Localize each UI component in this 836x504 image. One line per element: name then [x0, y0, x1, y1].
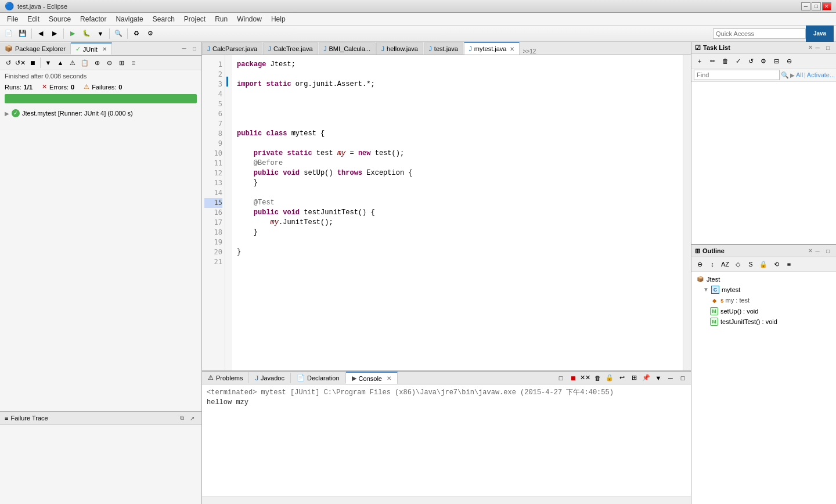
task-activate-label[interactable]: Activate...: [807, 71, 835, 78]
outline-hide-non-public-btn[interactable]: 🔒: [758, 258, 769, 270]
junit-layout[interactable]: ⊞: [116, 57, 127, 69]
task-delete-btn[interactable]: 🗑: [719, 55, 731, 67]
menu-project[interactable]: Project: [179, 14, 210, 24]
code-editor[interactable]: package Jtest; import static org.junit.A…: [232, 55, 683, 370]
tab-problems[interactable]: ⚠ Problems: [202, 372, 249, 383]
tab-test[interactable]: J test.java: [424, 42, 463, 55]
task-complete-btn[interactable]: ✓: [732, 55, 744, 67]
outline-sort-btn[interactable]: ↕: [707, 258, 718, 270]
tab-calctree[interactable]: J CalcTree.java: [263, 42, 318, 55]
outline-show-fields-btn[interactable]: ◇: [732, 258, 744, 270]
junit-history[interactable]: 📋: [79, 57, 91, 69]
tab-package-explorer[interactable]: 📦 Package Explorer: [0, 43, 71, 54]
task-list-maximize[interactable]: □: [823, 44, 833, 52]
bottom-panel-minimize2[interactable]: ─: [665, 372, 676, 384]
task-all-label[interactable]: All: [796, 71, 803, 78]
junit-tree-item[interactable]: ▶ ✓ Jtest.mytest [Runner: JUnit 4] (0.00…: [2, 108, 199, 118]
task-filter-btn[interactable]: ⊟: [770, 55, 782, 67]
menu-search[interactable]: Search: [148, 14, 179, 24]
toolbar-refactor-button[interactable]: ♻: [130, 27, 143, 40]
junit-next-failure[interactable]: ▼: [42, 57, 54, 69]
maximize-button[interactable]: □: [812, 2, 821, 10]
bottom-word-wrap-btn[interactable]: ↩: [616, 372, 628, 384]
menu-source[interactable]: Source: [44, 14, 75, 24]
outline-item-jtest[interactable]: 📦 Jtest: [694, 274, 834, 285]
task-settings-btn[interactable]: ⚙: [758, 55, 769, 67]
outline-show-static-btn[interactable]: S: [745, 258, 756, 270]
outline-item-mytest[interactable]: ▼ C mytest: [694, 285, 834, 295]
junit-rerun-button[interactable]: ↺: [2, 57, 14, 69]
junit-menu[interactable]: ≡: [128, 57, 139, 69]
toolbar-back-button[interactable]: ◀: [34, 27, 47, 40]
toolbar-run-button[interactable]: ▶: [66, 27, 79, 40]
tab-calcparser[interactable]: J CalcParser.java: [202, 42, 262, 55]
eclipse-perspective-java[interactable]: Java: [806, 26, 834, 42]
tab-mytest-close[interactable]: ✕: [510, 46, 514, 52]
left-panel-minimize[interactable]: ─: [179, 44, 189, 53]
junit-failures-only[interactable]: ⚠: [67, 57, 78, 69]
menu-navigate[interactable]: Navigate: [111, 14, 147, 24]
quick-access-input[interactable]: [713, 28, 806, 39]
task-list-minimize[interactable]: ─: [813, 44, 822, 52]
task-edit-btn[interactable]: ✏: [707, 55, 718, 67]
tab-overflow-count[interactable]: >>12: [520, 48, 538, 55]
bottom-scroll-lock-btn[interactable]: 🔒: [604, 372, 615, 384]
tab-javadoc[interactable]: J Javadoc: [249, 373, 290, 383]
bottom-clear-btn[interactable]: 🗑: [592, 372, 603, 384]
tab-mytest[interactable]: J mytest.java ✕: [464, 42, 520, 55]
task-refresh-btn[interactable]: ↺: [745, 55, 756, 67]
outline-collapse-btn[interactable]: ⊖: [694, 258, 705, 270]
toolbar-save-button[interactable]: 💾: [16, 27, 29, 40]
junit-close-button[interactable]: ✕: [102, 46, 107, 52]
bottom-pin-btn[interactable]: 📌: [640, 372, 652, 384]
menu-run[interactable]: Run: [210, 14, 232, 24]
bottom-panel-maximize[interactable]: □: [677, 372, 689, 384]
tab-bmi[interactable]: J BMI_Calcula...: [319, 42, 376, 55]
task-find-input[interactable]: [694, 70, 780, 80]
junit-expand[interactable]: ⊕: [91, 57, 103, 69]
outline-sort-alpha-btn[interactable]: AZ: [719, 258, 731, 270]
junit-prev-failure[interactable]: ▲: [55, 57, 66, 69]
tab-junit[interactable]: ✓ JUnit ✕: [71, 42, 112, 55]
junit-stop-button[interactable]: ⏹: [27, 57, 38, 69]
close-button[interactable]: ✕: [822, 2, 831, 10]
junit-rerun-failed-button[interactable]: ↺✕: [15, 57, 26, 69]
task-collapse-btn[interactable]: ⊖: [783, 55, 795, 67]
outline-item-setup[interactable]: M setUp() : void: [694, 306, 834, 316]
editor-scrollbar[interactable]: [683, 55, 691, 370]
tab-console[interactable]: ▶ Console ✕: [346, 372, 398, 384]
menu-window[interactable]: Window: [232, 14, 266, 24]
failure-trace-btn1[interactable]: ⧉: [177, 413, 186, 423]
task-new-btn[interactable]: +: [694, 55, 705, 67]
tab-hellow[interactable]: J hellow.java: [376, 42, 423, 55]
minimize-button[interactable]: ─: [801, 2, 810, 10]
tab-declaration[interactable]: 📄 Declaration: [291, 372, 346, 383]
toolbar-build-button[interactable]: ⚙: [144, 27, 157, 40]
outline-menu-btn[interactable]: ≡: [783, 258, 795, 270]
bottom-open-console-btn[interactable]: ⊞: [628, 372, 640, 384]
console-close-button[interactable]: ✕: [387, 375, 391, 381]
menu-file[interactable]: File: [2, 14, 23, 24]
toolbar-search-button[interactable]: 🔍: [112, 27, 125, 40]
menu-refactor[interactable]: Refactor: [75, 14, 111, 24]
menu-help[interactable]: Help: [266, 14, 290, 24]
bottom-console-dropdown[interactable]: ▼: [653, 372, 664, 384]
console-horizontal-scrollbar[interactable]: [202, 496, 691, 504]
junit-collapse[interactable]: ⊖: [103, 57, 115, 69]
outline-item-testjunit[interactable]: M testJunitTest() : void: [694, 316, 834, 327]
failure-trace-btn2[interactable]: ↗: [188, 413, 197, 423]
outline-minimize[interactable]: ─: [813, 247, 822, 255]
outline-item-my[interactable]: ◆ s my : test: [694, 295, 834, 306]
bottom-stop-btn[interactable]: ⏹: [567, 372, 579, 384]
toolbar-run-dropdown[interactable]: ▼: [94, 27, 107, 40]
menu-edit[interactable]: Edit: [23, 14, 44, 24]
outline-maximize[interactable]: □: [823, 247, 833, 255]
console-output-line: hellow mzy: [207, 398, 686, 408]
bottom-remove-btn[interactable]: ✕✕: [579, 372, 591, 384]
toolbar-forward-button[interactable]: ▶: [48, 27, 61, 40]
toolbar-debug-button[interactable]: 🐛: [80, 27, 93, 40]
bottom-minimize-btn[interactable]: □: [555, 372, 567, 384]
outline-sync-btn[interactable]: ⟲: [770, 258, 782, 270]
left-panel-maximize[interactable]: □: [190, 44, 199, 53]
toolbar-new-button[interactable]: 📄: [2, 27, 15, 40]
